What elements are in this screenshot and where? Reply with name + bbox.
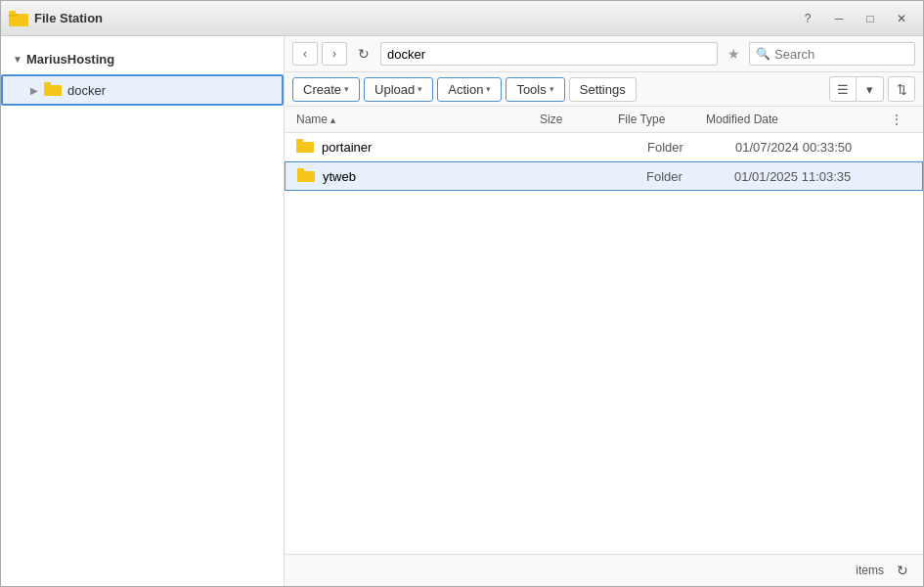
titlebar: File Station ? ─ □ ✕ [1, 1, 923, 36]
column-name-header: Name ▴ [296, 113, 540, 126]
collapse-arrow-icon: ▼ [13, 54, 22, 65]
back-button[interactable]: ‹ [292, 42, 318, 66]
file-type-cell: Folder [647, 140, 735, 155]
folder-icon [44, 82, 62, 98]
sidebar-root-label: ▼ MariusHosting [9, 48, 276, 70]
file-name-cell: portainer [296, 139, 569, 155]
create-caret-icon: ▾ [344, 84, 349, 94]
svg-rect-2 [9, 11, 16, 15]
create-label: Create [303, 82, 341, 97]
table-row[interactable]: portainer Folder 01/07/2024 00:33:50 [285, 133, 923, 161]
folder-icon [297, 168, 315, 184]
address-input[interactable] [380, 42, 718, 66]
action-button[interactable]: Action ▾ [437, 77, 502, 102]
sort-button[interactable]: ⇅ [888, 76, 915, 102]
file-name-text: portainer [322, 140, 372, 155]
upload-caret-icon: ▾ [418, 84, 422, 94]
close-button[interactable]: ✕ [888, 8, 915, 29]
right-panel: ‹ › ↻ ★ 🔍 Create ▾ Upload ▾ [285, 36, 923, 586]
create-button[interactable]: Create ▾ [292, 77, 360, 102]
file-station-window: File Station ? ─ □ ✕ ▼ MariusHosting ▶ [0, 0, 924, 587]
file-name-cell: ytweb [297, 168, 568, 184]
column-size-header: Size [540, 113, 618, 126]
settings-button[interactable]: Settings [569, 77, 637, 102]
action-caret-icon: ▾ [486, 84, 491, 94]
search-icon[interactable]: 🔍 [756, 47, 770, 61]
file-date-cell: 01/01/2025 11:03:35 [734, 169, 910, 184]
column-type-header: File Type [618, 113, 706, 126]
search-input[interactable] [774, 47, 908, 62]
file-list-header: Name ▴ Size File Type Modified Date ⋮ [285, 107, 923, 133]
sidebar: ▼ MariusHosting ▶ docker [1, 36, 285, 586]
address-bar: ‹ › ↻ ★ 🔍 [285, 36, 923, 72]
action-label: Action [448, 82, 483, 97]
file-type-cell: Folder [646, 169, 734, 184]
name-sort-icon: ▴ [330, 114, 335, 125]
sidebar-item-docker[interactable]: ▶ docker [1, 74, 284, 106]
folder-arrow-icon: ▶ [30, 85, 38, 96]
search-box: 🔍 [749, 42, 915, 66]
svg-rect-7 [297, 171, 315, 182]
svg-rect-3 [44, 85, 62, 96]
svg-rect-6 [296, 139, 303, 143]
tools-label: Tools [516, 82, 546, 97]
minimize-button[interactable]: ─ [825, 8, 853, 29]
svg-rect-8 [297, 168, 304, 172]
file-rows-container: portainer Folder 01/07/2024 00:33:50 ytw… [285, 133, 923, 191]
maximize-button[interactable]: □ [857, 8, 884, 29]
app-title: File Station [34, 11, 794, 25]
help-button[interactable]: ? [794, 8, 821, 29]
list-view-button[interactable]: ☰ [829, 76, 857, 102]
column-date-header: Modified Date [706, 113, 882, 126]
app-icon [9, 9, 28, 28]
folder-icon [296, 139, 314, 155]
status-bar: items ↻ [285, 554, 923, 586]
column-more-header: ⋮ [882, 113, 911, 126]
forward-button[interactable]: › [322, 42, 347, 66]
favorite-star-icon[interactable]: ★ [722, 42, 745, 66]
view-toggle-group: ☰ ▾ [829, 76, 884, 102]
toolbar: Create ▾ Upload ▾ Action ▾ Tools ▾ Setti… [285, 72, 923, 107]
table-row[interactable]: ytweb Folder 01/01/2025 11:03:35 [285, 161, 923, 191]
svg-rect-4 [44, 82, 51, 86]
upload-button[interactable]: Upload ▾ [364, 77, 433, 102]
sidebar-root-text: MariusHosting [26, 52, 114, 67]
tools-caret-icon: ▾ [550, 84, 554, 94]
sidebar-root[interactable]: ▼ MariusHosting [1, 44, 284, 74]
refresh-address-button[interactable]: ↻ [351, 42, 376, 66]
file-date-cell: 01/07/2024 00:33:50 [735, 140, 911, 155]
tools-button[interactable]: Tools ▾ [506, 77, 564, 102]
sidebar-item-label: docker [67, 83, 106, 98]
svg-rect-5 [296, 142, 314, 153]
view-caret-button[interactable]: ▾ [857, 76, 884, 102]
items-label: items [856, 564, 884, 577]
main-content: ▼ MariusHosting ▶ docker ‹ › ↻ ★ [1, 36, 923, 586]
file-list: Name ▴ Size File Type Modified Date ⋮ p [285, 107, 923, 554]
status-refresh-button[interactable]: ↻ [890, 559, 915, 582]
file-name-text: ytweb [323, 169, 356, 184]
window-controls: ? ─ □ ✕ [794, 8, 915, 29]
upload-label: Upload [374, 82, 415, 97]
